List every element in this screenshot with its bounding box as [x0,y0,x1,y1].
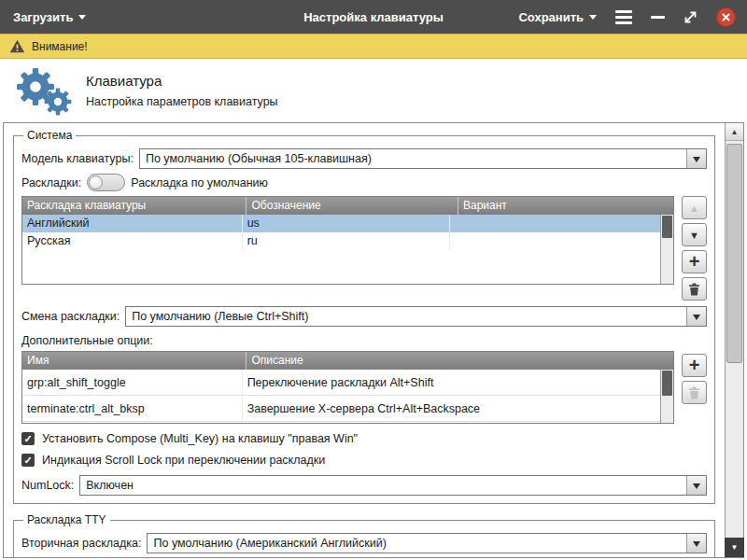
checkbox-checked-icon: ✓ [21,432,35,445]
scrolllock-checkbox-label: Индикация Scroll Lock при переключении р… [42,454,325,467]
plus-icon: + [689,252,700,271]
compose-checkbox-label: Установить Compose (Multi_Key) на клавиш… [42,432,358,445]
secondary-layout-select[interactable]: По умолчанию (Американский Английский) [147,533,707,553]
scrolllock-checkbox[interactable]: ✓ Индикация Scroll Lock при переключении… [21,454,707,467]
column-header-name[interactable]: Имя [22,352,247,370]
delete-layout-button[interactable] [682,277,707,301]
main-scrollbar[interactable]: ▲ ▼ [725,123,743,557]
window-title: Настройка клавиатуры [303,10,444,24]
layouts-table-header: Раскладка клавиатуры Обозначение Вариант [22,197,673,215]
cell-option-description: Завершение X-сервера Ctrl+Alt+Backspace [243,396,660,421]
dropdown-arrow-icon [686,476,706,495]
options-table: Имя Описание grp:alt_shift_toggle Перекл… [21,351,674,424]
content-area: Система Модель клавиатуры: По умолчанию … [3,122,744,558]
cell-code: us [243,215,450,232]
plus-icon: + [689,356,700,374]
compose-checkbox[interactable]: ✓ Установить Compose (Multi_Key) на клав… [21,432,707,445]
scroll-down-button[interactable]: ▼ [725,538,744,557]
switch-layout-value: По умолчанию (Левые Ctrl+Shift) [126,307,686,326]
table-row[interactable]: Русская ru [22,232,660,250]
layouts-label: Раскладки: [21,176,81,189]
numlock-label: NumLock: [21,479,74,492]
trash-icon [688,283,700,296]
default-layout-toggle[interactable] [87,174,125,191]
cell-variant [450,215,660,232]
column-header-layout[interactable]: Раскладка клавиатуры [22,197,247,215]
chevron-down-icon [589,15,597,23]
cell-variant [450,232,660,250]
cell-option-description: Переключение раскладки Alt+Shift [243,370,660,395]
dropdown-arrow-icon [686,534,706,553]
page-subtitle: Настройка параметров клавиатуры [86,95,278,108]
keyboard-model-value: По умолчанию (Обычная 105-клавишная) [140,149,686,168]
save-menu-button[interactable]: Сохранить [518,10,597,24]
fullscreen-icon[interactable] [684,10,698,24]
system-section-legend: Система [23,129,76,142]
cell-layout: Русская [22,232,243,250]
cell-option-name: terminate:ctrl_alt_bksp [22,396,243,421]
minimize-icon[interactable] [651,16,665,19]
system-section: Система Модель клавиатуры: По умолчанию … [13,129,715,504]
save-menu-label: Сохранить [518,10,584,24]
keyboard-model-label: Модель клавиатуры: [21,152,134,165]
cell-option-name: grp:alt_shift_toggle [22,370,243,395]
close-icon [721,12,731,22]
titlebar: Загрузить Настройка клавиатуры Сохранить [0,0,747,34]
switch-layout-select[interactable]: По умолчанию (Левые Ctrl+Shift) [125,306,707,327]
switch-layout-label: Смена раскладки: [21,310,120,323]
table-row[interactable]: grp:alt_shift_toggle Переключение раскла… [22,370,660,396]
extra-options-label: Дополнительные опции: [21,334,707,347]
chevron-down-icon [78,15,86,23]
dropdown-arrow-icon [686,149,706,168]
options-table-scrollbar[interactable] [660,370,673,423]
tty-section-legend: Раскладка TTY [23,513,110,526]
arrow-down-icon: ▼ [689,230,699,241]
module-header: Клавиатура Настройка параметров клавиату… [0,59,747,122]
arrow-up-icon: ▲ [689,203,699,214]
close-button[interactable] [716,7,736,27]
warning-text: Внимание! [32,40,88,53]
cell-code: ru [243,232,450,250]
numlock-select[interactable]: Включен [79,475,707,496]
secondary-layout-label: Вторичная раскладка: [21,537,141,550]
move-up-button[interactable]: ▲ [682,196,707,219]
move-down-button[interactable]: ▼ [682,223,707,246]
cell-layout: Английский [22,215,243,232]
warning-icon [9,39,25,53]
table-row[interactable]: Английский us [22,215,660,232]
column-header-description[interactable]: Описание [247,352,673,370]
trash-icon [688,386,700,399]
hamburger-menu-icon[interactable] [615,10,632,24]
arrow-up-icon: ▲ [731,128,739,136]
column-header-variant[interactable]: Вариант [458,197,673,215]
warning-banner: Внимание! [0,34,747,59]
page-title: Клавиатура [86,73,278,89]
numlock-value: Включен [80,476,686,495]
layouts-table: Раскладка клавиатуры Обозначение Вариант… [21,196,674,285]
gears-icon [0,63,86,118]
delete-option-button[interactable] [682,381,707,404]
add-layout-button[interactable]: + [682,250,707,273]
keyboard-model-select[interactable]: По умолчанию (Обычная 105-клавишная) [139,148,707,169]
scrollbar-thumb[interactable] [726,144,742,363]
secondary-layout-value: По умолчанию (Американский Английский) [148,534,686,553]
default-layout-label: Раскладка по умолчанию [131,176,268,189]
column-header-code[interactable]: Обозначение [247,197,458,215]
layouts-table-scrollbar[interactable] [660,215,673,284]
checkbox-checked-icon: ✓ [21,454,35,467]
load-menu-button[interactable]: Загрузить [13,10,86,24]
tty-section: Раскладка TTY Вторичная раскладка: По ум… [13,513,715,557]
table-row[interactable]: terminate:ctrl_alt_bksp Завершение X-сер… [22,396,660,422]
scroll-up-button[interactable]: ▲ [726,123,743,141]
toggle-knob-icon [89,175,103,189]
dropdown-arrow-icon [686,307,706,326]
options-table-header: Имя Описание [22,352,673,370]
add-option-button[interactable]: + [682,354,707,377]
load-menu-label: Загрузить [13,10,73,24]
arrow-down-icon: ▼ [731,543,739,552]
